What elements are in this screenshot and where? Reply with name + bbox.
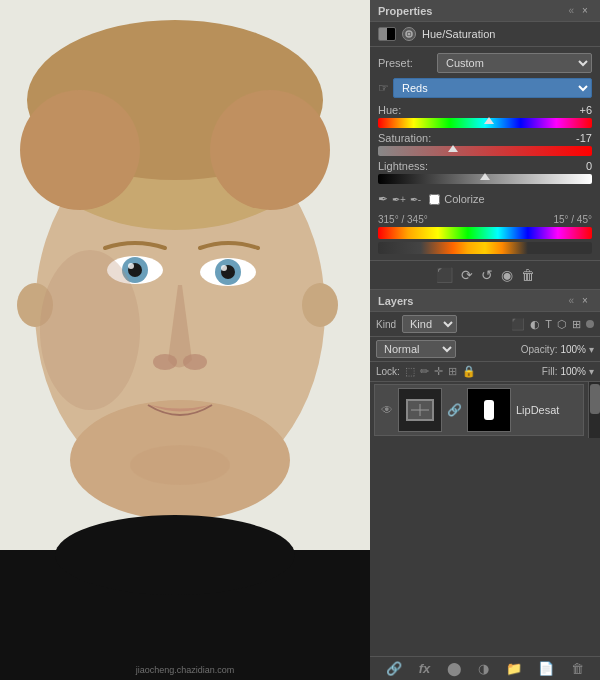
pixel-filter-icon[interactable]: ⬛ (511, 318, 525, 331)
huesat-header: Hue/Saturation (370, 22, 600, 47)
adjust-filter-icon[interactable]: ◐ (530, 318, 540, 331)
lock-move-icon[interactable]: ✛ (434, 365, 443, 378)
saturation-slider[interactable] (378, 146, 592, 156)
svg-point-17 (221, 265, 227, 271)
svg-point-25 (408, 33, 411, 36)
svg-point-5 (20, 90, 140, 210)
lightness-header: Lightness: 0 (378, 160, 592, 172)
color-indicator-strip[interactable] (378, 242, 592, 254)
svg-point-18 (153, 354, 177, 370)
layers-title: Layers (378, 295, 413, 307)
preset-row: Preset: Custom Default Cyanotype (378, 53, 592, 73)
opacity-chevron[interactable]: ▾ (589, 344, 594, 355)
rainbow-strip[interactable] (378, 227, 592, 239)
layer-visibility-icon[interactable] (402, 27, 416, 41)
svg-point-8 (302, 283, 338, 327)
fx-icon[interactable]: fx (419, 661, 431, 676)
lock-artboard-icon[interactable]: ⊞ (448, 365, 457, 378)
huesat-title: Hue/Saturation (422, 28, 495, 40)
colorize-label: Colorize (444, 193, 484, 205)
hue-label: Hue: (378, 104, 401, 116)
svg-point-21 (40, 250, 140, 410)
lightness-slider[interactable] (378, 174, 592, 184)
saturation-header: Saturation: -17 (378, 132, 592, 144)
delete-adjustment-icon[interactable]: 🗑 (521, 267, 535, 283)
fill-chevron[interactable]: ▾ (589, 366, 594, 377)
lock-brush-icon[interactable]: ✏ (420, 365, 429, 378)
range-left: 315° / 345° (378, 214, 428, 225)
blend-mode-select[interactable]: Normal Dissolve Multiply (376, 340, 456, 358)
eyedropper-icon[interactable]: ✒ (378, 192, 388, 206)
svg-point-13 (128, 263, 134, 269)
previous-state-icon[interactable]: ↺ (481, 267, 493, 283)
eyedrop-colorize-row: ✒ ✒+ ✒- Colorize (378, 188, 592, 210)
lightness-section: Lightness: 0 (378, 160, 592, 184)
layer-eye-icon[interactable]: 👁 (381, 403, 393, 417)
colorize-checkbox[interactable] (429, 194, 440, 205)
hand-tool-icon[interactable]: ☞ (378, 81, 389, 95)
properties-content: Preset: Custom Default Cyanotype ☞ Reds … (370, 47, 600, 260)
smartobj-filter-icon[interactable]: ⊞ (572, 318, 581, 331)
eyedropper-add-icon[interactable]: ✒+ (392, 194, 406, 205)
saturation-section: Saturation: -17 (378, 132, 592, 156)
lock-transparency-icon[interactable]: ⬚ (405, 365, 415, 378)
opacity-value: 100% (560, 344, 586, 355)
properties-header-left: Properties (378, 5, 432, 17)
layers-content: Kind Kind Name Effect ⬛ ◐ T ⬡ ⊞ (370, 312, 600, 656)
link-adjustment-icon[interactable]: ⟳ (461, 267, 473, 283)
add-mask-icon[interactable]: ⬤ (447, 661, 462, 676)
layer-mask-thumbnail (467, 388, 511, 432)
eye-on-off-icon[interactable]: ◉ (501, 267, 513, 283)
layers-collapse-icon[interactable]: « (568, 295, 574, 306)
fill-value: 100% (560, 366, 586, 377)
eyedropper-minus-icon[interactable]: ✒- (410, 194, 421, 205)
layers-header-controls: « × (568, 295, 592, 306)
lightness-thumb[interactable] (480, 173, 490, 180)
scrollbar-thumb[interactable] (590, 384, 600, 414)
opacity-label: Opacity: (521, 344, 558, 355)
hue-thumb[interactable] (484, 117, 494, 124)
lock-label: Lock: (376, 366, 400, 377)
channel-select[interactable]: Reds Master Yellows Greens (393, 78, 592, 98)
hue-section: Hue: +6 (378, 104, 592, 128)
type-filter-icon[interactable]: T (545, 318, 552, 330)
kind-filter-dot[interactable] (586, 320, 594, 328)
hue-slider[interactable] (378, 118, 592, 128)
create-mask-icon[interactable]: ⬛ (436, 267, 453, 283)
layers-panel: Layers « × Kind Kind Name Effect ⬛ ◐ T (370, 290, 600, 680)
watermark: jiaocheng.chazidian.com (136, 665, 235, 675)
kind-select[interactable]: Kind Name Effect (402, 315, 457, 333)
properties-collapse-icon[interactable]: « (568, 5, 574, 16)
properties-toolbar: ⬛ ⟳ ↺ ◉ 🗑 (370, 260, 600, 289)
photo-area: jiaocheng.chazidian.com (0, 0, 370, 680)
properties-close-icon[interactable]: × (578, 5, 592, 16)
panel-area: Properties « × Hue/Saturation Preset: Cu… (370, 0, 600, 680)
create-group-icon[interactable]: 📁 (506, 661, 522, 676)
adjustment-layer-icon (378, 27, 396, 41)
hue-header: Hue: +6 (378, 104, 592, 116)
hue-value: +6 (579, 104, 592, 116)
preset-select[interactable]: Custom Default Cyanotype (437, 53, 592, 73)
new-layer-icon[interactable]: 📄 (538, 661, 554, 676)
create-adjustment-icon[interactable]: ◑ (478, 661, 489, 676)
saturation-thumb[interactable] (448, 145, 458, 152)
kind-filter-icons: ⬛ ◐ T ⬡ ⊞ (511, 318, 594, 331)
kind-label: Kind (376, 319, 396, 330)
properties-panel: Properties « × Hue/Saturation Preset: Cu… (370, 0, 600, 290)
lightness-label: Lightness: (378, 160, 428, 172)
svg-point-19 (183, 354, 207, 370)
delete-layer-icon[interactable]: 🗑 (571, 661, 584, 676)
shape-filter-icon[interactable]: ⬡ (557, 318, 567, 331)
layers-close-icon[interactable]: × (578, 295, 592, 306)
lock-all-icon[interactable]: 🔒 (462, 365, 476, 378)
lock-icons: ⬚ ✏ ✛ ⊞ 🔒 (405, 365, 476, 378)
eyedrop-row: ✒ ✒+ ✒- (378, 192, 421, 206)
layers-scrollbar[interactable] (588, 382, 600, 438)
saturation-label: Saturation: (378, 132, 431, 144)
lock-row: Lock: ⬚ ✏ ✛ ⊞ 🔒 Fill: 100% ▾ (370, 362, 600, 382)
layer-link-icon[interactable]: 🔗 (447, 403, 462, 417)
layer-name: LipDesat (516, 404, 559, 416)
link-layers-icon[interactable]: 🔗 (386, 661, 402, 676)
channel-row: ☞ Reds Master Yellows Greens (378, 78, 592, 98)
layer-item[interactable]: 👁 (374, 384, 584, 436)
